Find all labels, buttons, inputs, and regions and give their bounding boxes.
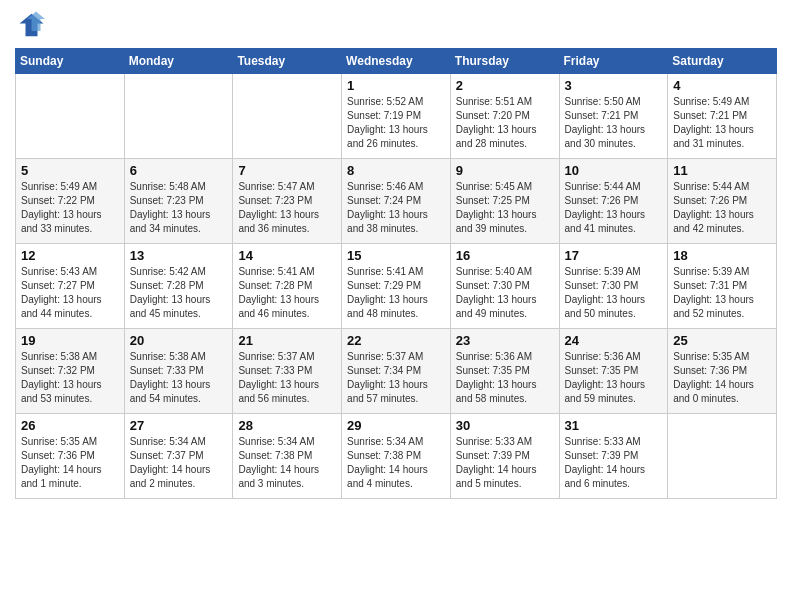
calendar-cell [668,414,777,499]
calendar-cell: 28Sunrise: 5:34 AM Sunset: 7:38 PM Dayli… [233,414,342,499]
day-number: 6 [130,163,228,178]
calendar-cell [16,74,125,159]
day-header-saturday: Saturday [668,49,777,74]
calendar-cell: 5Sunrise: 5:49 AM Sunset: 7:22 PM Daylig… [16,159,125,244]
day-content: Sunrise: 5:36 AM Sunset: 7:35 PM Dayligh… [565,350,663,406]
calendar-cell: 15Sunrise: 5:41 AM Sunset: 7:29 PM Dayli… [342,244,451,329]
day-number: 16 [456,248,554,263]
day-content: Sunrise: 5:42 AM Sunset: 7:28 PM Dayligh… [130,265,228,321]
calendar-cell: 6Sunrise: 5:48 AM Sunset: 7:23 PM Daylig… [124,159,233,244]
day-content: Sunrise: 5:41 AM Sunset: 7:29 PM Dayligh… [347,265,445,321]
calendar-cell: 29Sunrise: 5:34 AM Sunset: 7:38 PM Dayli… [342,414,451,499]
day-content: Sunrise: 5:46 AM Sunset: 7:24 PM Dayligh… [347,180,445,236]
calendar-cell: 26Sunrise: 5:35 AM Sunset: 7:36 PM Dayli… [16,414,125,499]
day-number: 22 [347,333,445,348]
calendar-week-4: 19Sunrise: 5:38 AM Sunset: 7:32 PM Dayli… [16,329,777,414]
calendar-week-3: 12Sunrise: 5:43 AM Sunset: 7:27 PM Dayli… [16,244,777,329]
day-content: Sunrise: 5:51 AM Sunset: 7:20 PM Dayligh… [456,95,554,151]
calendar-cell: 23Sunrise: 5:36 AM Sunset: 7:35 PM Dayli… [450,329,559,414]
logo [15,10,49,40]
calendar-week-1: 1Sunrise: 5:52 AM Sunset: 7:19 PM Daylig… [16,74,777,159]
day-content: Sunrise: 5:43 AM Sunset: 7:27 PM Dayligh… [21,265,119,321]
day-header-monday: Monday [124,49,233,74]
day-number: 3 [565,78,663,93]
calendar-cell: 22Sunrise: 5:37 AM Sunset: 7:34 PM Dayli… [342,329,451,414]
day-content: Sunrise: 5:49 AM Sunset: 7:21 PM Dayligh… [673,95,771,151]
calendar-cell: 9Sunrise: 5:45 AM Sunset: 7:25 PM Daylig… [450,159,559,244]
day-content: Sunrise: 5:48 AM Sunset: 7:23 PM Dayligh… [130,180,228,236]
calendar-cell: 12Sunrise: 5:43 AM Sunset: 7:27 PM Dayli… [16,244,125,329]
calendar-cell: 17Sunrise: 5:39 AM Sunset: 7:30 PM Dayli… [559,244,668,329]
day-number: 25 [673,333,771,348]
day-content: Sunrise: 5:37 AM Sunset: 7:33 PM Dayligh… [238,350,336,406]
day-number: 5 [21,163,119,178]
day-number: 2 [456,78,554,93]
day-content: Sunrise: 5:44 AM Sunset: 7:26 PM Dayligh… [565,180,663,236]
day-content: Sunrise: 5:44 AM Sunset: 7:26 PM Dayligh… [673,180,771,236]
day-header-wednesday: Wednesday [342,49,451,74]
day-number: 23 [456,333,554,348]
calendar-cell: 30Sunrise: 5:33 AM Sunset: 7:39 PM Dayli… [450,414,559,499]
day-content: Sunrise: 5:39 AM Sunset: 7:30 PM Dayligh… [565,265,663,321]
day-content: Sunrise: 5:38 AM Sunset: 7:33 PM Dayligh… [130,350,228,406]
calendar-cell [124,74,233,159]
day-number: 15 [347,248,445,263]
day-number: 29 [347,418,445,433]
calendar-header: SundayMondayTuesdayWednesdayThursdayFrid… [16,49,777,74]
day-number: 9 [456,163,554,178]
calendar-cell: 20Sunrise: 5:38 AM Sunset: 7:33 PM Dayli… [124,329,233,414]
day-number: 17 [565,248,663,263]
day-number: 30 [456,418,554,433]
calendar-cell: 13Sunrise: 5:42 AM Sunset: 7:28 PM Dayli… [124,244,233,329]
day-header-sunday: Sunday [16,49,125,74]
day-header-tuesday: Tuesday [233,49,342,74]
day-number: 28 [238,418,336,433]
calendar-cell [233,74,342,159]
day-content: Sunrise: 5:40 AM Sunset: 7:30 PM Dayligh… [456,265,554,321]
day-content: Sunrise: 5:38 AM Sunset: 7:32 PM Dayligh… [21,350,119,406]
day-content: Sunrise: 5:34 AM Sunset: 7:38 PM Dayligh… [238,435,336,491]
day-number: 24 [565,333,663,348]
calendar-cell: 19Sunrise: 5:38 AM Sunset: 7:32 PM Dayli… [16,329,125,414]
day-content: Sunrise: 5:45 AM Sunset: 7:25 PM Dayligh… [456,180,554,236]
day-content: Sunrise: 5:35 AM Sunset: 7:36 PM Dayligh… [21,435,119,491]
calendar-cell: 31Sunrise: 5:33 AM Sunset: 7:39 PM Dayli… [559,414,668,499]
calendar-cell: 25Sunrise: 5:35 AM Sunset: 7:36 PM Dayli… [668,329,777,414]
day-content: Sunrise: 5:39 AM Sunset: 7:31 PM Dayligh… [673,265,771,321]
calendar-cell: 1Sunrise: 5:52 AM Sunset: 7:19 PM Daylig… [342,74,451,159]
day-number: 26 [21,418,119,433]
day-number: 20 [130,333,228,348]
day-content: Sunrise: 5:36 AM Sunset: 7:35 PM Dayligh… [456,350,554,406]
day-content: Sunrise: 5:52 AM Sunset: 7:19 PM Dayligh… [347,95,445,151]
day-content: Sunrise: 5:34 AM Sunset: 7:38 PM Dayligh… [347,435,445,491]
day-number: 13 [130,248,228,263]
day-content: Sunrise: 5:33 AM Sunset: 7:39 PM Dayligh… [456,435,554,491]
calendar-week-2: 5Sunrise: 5:49 AM Sunset: 7:22 PM Daylig… [16,159,777,244]
calendar-cell: 4Sunrise: 5:49 AM Sunset: 7:21 PM Daylig… [668,74,777,159]
calendar-cell: 2Sunrise: 5:51 AM Sunset: 7:20 PM Daylig… [450,74,559,159]
calendar-week-5: 26Sunrise: 5:35 AM Sunset: 7:36 PM Dayli… [16,414,777,499]
day-content: Sunrise: 5:34 AM Sunset: 7:37 PM Dayligh… [130,435,228,491]
day-content: Sunrise: 5:33 AM Sunset: 7:39 PM Dayligh… [565,435,663,491]
day-content: Sunrise: 5:47 AM Sunset: 7:23 PM Dayligh… [238,180,336,236]
day-number: 7 [238,163,336,178]
calendar-cell: 24Sunrise: 5:36 AM Sunset: 7:35 PM Dayli… [559,329,668,414]
calendar-cell: 10Sunrise: 5:44 AM Sunset: 7:26 PM Dayli… [559,159,668,244]
calendar-cell: 7Sunrise: 5:47 AM Sunset: 7:23 PM Daylig… [233,159,342,244]
logo-icon [15,10,45,40]
calendar-cell: 14Sunrise: 5:41 AM Sunset: 7:28 PM Dayli… [233,244,342,329]
day-number: 27 [130,418,228,433]
day-number: 18 [673,248,771,263]
day-content: Sunrise: 5:35 AM Sunset: 7:36 PM Dayligh… [673,350,771,406]
day-number: 4 [673,78,771,93]
calendar-cell: 18Sunrise: 5:39 AM Sunset: 7:31 PM Dayli… [668,244,777,329]
day-number: 10 [565,163,663,178]
day-content: Sunrise: 5:41 AM Sunset: 7:28 PM Dayligh… [238,265,336,321]
day-number: 21 [238,333,336,348]
day-number: 12 [21,248,119,263]
calendar-cell: 11Sunrise: 5:44 AM Sunset: 7:26 PM Dayli… [668,159,777,244]
calendar-cell: 27Sunrise: 5:34 AM Sunset: 7:37 PM Dayli… [124,414,233,499]
day-number: 1 [347,78,445,93]
day-number: 14 [238,248,336,263]
day-content: Sunrise: 5:37 AM Sunset: 7:34 PM Dayligh… [347,350,445,406]
